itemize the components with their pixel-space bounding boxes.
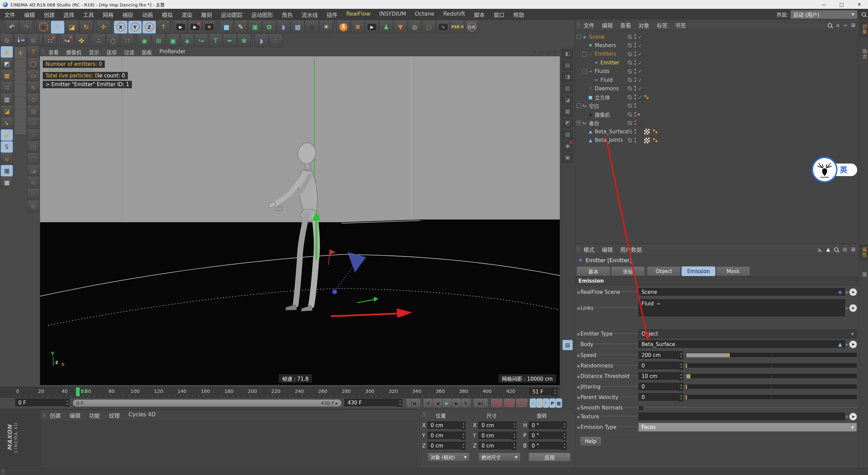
keyframe-palette-button[interactable]: ▤ xyxy=(562,340,573,350)
text-tool-button[interactable]: T xyxy=(209,34,222,47)
value-field-Speed[interactable]: 200 cm xyxy=(638,351,678,359)
live-select-circle-button[interactable]: ◯ xyxy=(27,58,39,70)
layout-tab-3[interactable]: ◨ xyxy=(562,71,573,82)
material-menu-纹理[interactable]: 纹理 xyxy=(104,411,124,419)
dropdown-Emission Type[interactable]: Faces▼ xyxy=(638,423,857,432)
record-keyframe-button[interactable]: ✚ xyxy=(491,398,503,408)
deformer-button[interactable]: ◗ xyxy=(277,21,290,34)
object-row-Beta_Surface[interactable]: ▲Beta_Surface xyxy=(575,127,859,136)
stepper[interactable] xyxy=(461,421,466,430)
object-row-立方体[interactable]: ■立方体✓ xyxy=(575,93,859,101)
key-scale-button[interactable]: ◪ xyxy=(536,398,543,408)
menu-item-雕刻[interactable]: 雕刻 xyxy=(197,11,216,19)
viewport-mouse-button[interactable]: ◉ xyxy=(1,129,13,141)
object-axis-mode-button[interactable]: ↳ xyxy=(1,117,13,129)
poly-select-button[interactable]: ◇ xyxy=(27,94,39,105)
viewport-menu-显示[interactable]: 显示 xyxy=(85,49,103,56)
om-home-icon[interactable]: ⌂ xyxy=(836,22,840,28)
panel-tab-对象[interactable]: 对象 xyxy=(860,21,868,37)
visibility-dots[interactable] xyxy=(634,60,636,65)
object-picker-icon[interactable]: ➤ xyxy=(849,304,857,312)
anim-dot[interactable]: ◉ xyxy=(576,290,580,294)
step-forward-button[interactable]: ▶ xyxy=(452,398,461,408)
stepper[interactable] xyxy=(512,442,516,450)
viewport-menu-面板[interactable]: 面板 xyxy=(138,49,156,56)
coord-system-button[interactable]: ↑ xyxy=(157,21,170,34)
phong-tag[interactable] xyxy=(644,94,649,100)
viewport-corner-icon-0[interactable]: ✛ xyxy=(533,50,536,55)
expand-arrow[interactable]: ▸ xyxy=(846,342,848,347)
object-row-Scene[interactable]: -◆Scene✓ xyxy=(575,33,859,41)
coord-field-size-Y[interactable]: 0 cm xyxy=(478,432,516,440)
anim-dot[interactable]: ◉ xyxy=(576,406,580,410)
rotate-button[interactable]: ↻ xyxy=(79,21,93,34)
menu-item-创建[interactable]: 创建 xyxy=(39,11,59,19)
link-field-Texture[interactable] xyxy=(638,413,845,421)
expand-toggle[interactable]: - xyxy=(583,52,587,56)
om-menu-查看[interactable]: 查看 xyxy=(616,21,635,29)
object-picker-icon[interactable]: ➤ xyxy=(849,288,857,296)
tab-Mask[interactable]: Mask xyxy=(716,266,750,276)
enable-snap-button[interactable]: ∪ xyxy=(1,153,13,165)
layer-square[interactable] xyxy=(628,86,632,91)
points-mode-button[interactable]: ∷ xyxy=(1,82,13,93)
layer-square[interactable] xyxy=(628,103,632,108)
current-frame-marker[interactable] xyxy=(76,387,80,396)
slider-handle[interactable] xyxy=(686,395,687,399)
slider-Distance Threshold[interactable] xyxy=(686,374,857,379)
palette-move-tool[interactable]: ✛ xyxy=(15,47,26,59)
expand-arrow[interactable]: ▸ xyxy=(846,306,848,310)
anim-dot[interactable]: ◉ xyxy=(576,375,580,378)
visibility-dots[interactable] xyxy=(634,129,636,134)
start-frame-field[interactable]: 0 F xyxy=(15,399,70,407)
coord-field-rotation-P[interactable]: 0 ° xyxy=(529,432,567,440)
cube-primitive-button[interactable]: ■ xyxy=(220,21,233,34)
expand-arrow[interactable]: ▸ xyxy=(846,290,848,294)
stepper[interactable] xyxy=(562,421,567,430)
om-add-icon[interactable]: ⊞ xyxy=(851,22,855,28)
am-cursor-icon[interactable]: ▲ xyxy=(826,246,830,252)
palette-empty-cell[interactable] xyxy=(15,97,26,110)
enabled-check[interactable]: ✓ xyxy=(638,60,642,65)
ornament-button[interactable]: ✾ xyxy=(237,34,251,47)
am-new-panel-icon[interactable]: ⊞ xyxy=(851,246,855,252)
anim-dot[interactable]: ◉ xyxy=(576,364,580,368)
motion-clip-button[interactable]: ▶ xyxy=(365,21,379,34)
sweep-button[interactable]: ✒ xyxy=(223,34,237,47)
object-row-Meshers[interactable]: ✸Meshers✓ xyxy=(575,41,859,50)
clone-tools-button[interactable]: ▩ xyxy=(27,34,39,46)
om-menu-编辑[interactable]: 编辑 xyxy=(598,21,616,29)
stepper[interactable] xyxy=(679,383,683,391)
grip[interactable] xyxy=(576,22,580,28)
menu-item-运动图形[interactable]: 运动图形 xyxy=(247,11,277,19)
viewport-canvas[interactable]: 透视视图 Simulation "Scene" : Number of emit… xyxy=(40,56,560,385)
am-gradient-icon[interactable]: ◣ xyxy=(818,246,822,252)
phong-tag[interactable] xyxy=(653,129,658,134)
mesh-cluster-button[interactable]: ⊞ xyxy=(152,34,165,47)
object-row-Fluids[interactable]: -≈Fluids✓ xyxy=(575,67,859,76)
om-search-icon[interactable] xyxy=(828,23,832,27)
visibility-dots[interactable] xyxy=(634,34,636,39)
character-button[interactable]: ♟ xyxy=(379,21,393,34)
menu-item-Redshift[interactable]: Redshift xyxy=(439,11,470,19)
gray-3-button[interactable]: ▱ xyxy=(27,129,39,141)
panel-tab-层[interactable]: 层 xyxy=(860,269,868,280)
layout-tab-6[interactable]: ▦ xyxy=(562,106,573,117)
value-field-Jittering[interactable]: 0 xyxy=(638,383,678,391)
object-row-摄像机[interactable]: ◉摄像机⌖ xyxy=(575,110,859,119)
lock-x-button[interactable]: X xyxy=(114,21,127,34)
tab-Emission[interactable]: Emission xyxy=(682,266,715,276)
workplane-mode-button[interactable]: ▦ xyxy=(1,70,13,81)
slider-Speed[interactable] xyxy=(686,353,857,358)
texture-mode-button[interactable]: ◩ xyxy=(1,58,13,70)
menu-item-插件[interactable]: 插件 xyxy=(322,11,342,19)
gravity-button[interactable]: ▼ xyxy=(394,21,407,34)
lock-workplane-button[interactable]: ▦ xyxy=(1,165,13,176)
expand-toggle[interactable]: - xyxy=(577,103,581,108)
layer-square[interactable] xyxy=(628,112,632,117)
key-position-button[interactable]: ✛ xyxy=(530,398,536,408)
slider-handle[interactable] xyxy=(689,374,690,378)
layer-square[interactable] xyxy=(628,95,632,99)
shell-tool-button[interactable]: ◗ xyxy=(255,34,268,47)
enabled-check[interactable]: ✓ xyxy=(638,94,642,100)
